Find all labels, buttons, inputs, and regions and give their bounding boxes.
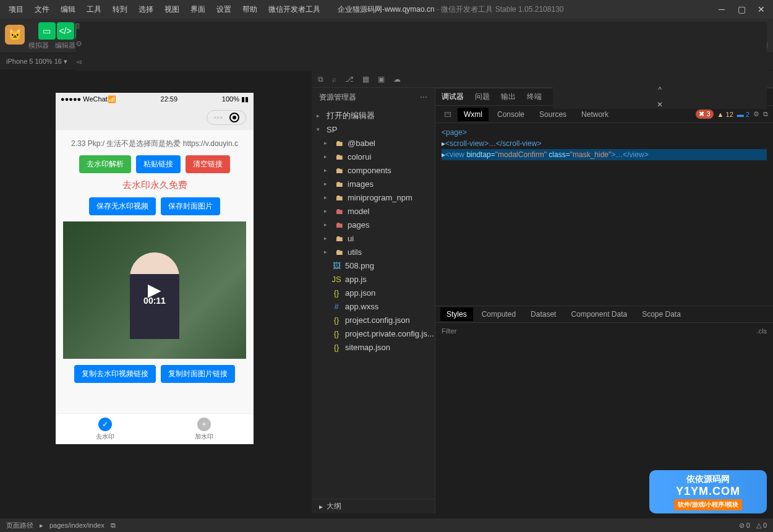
device-selector[interactable]: iPhone 5 100% 16 ▾ <box>6 58 67 66</box>
tab-wxml[interactable]: Wxml <box>458 108 489 121</box>
tab-scope-data[interactable]: Scope Data <box>636 307 687 321</box>
folder-miniprogram_npm[interactable]: ▸🖿miniprogram_npm <box>312 191 435 204</box>
cloud-icon[interactable]: ☁ <box>393 75 401 84</box>
simulator-label: 模拟器 <box>28 41 49 50</box>
tab-remove-watermark[interactable]: ✓ 去水印 <box>56 414 155 444</box>
copy-cover-button[interactable]: 复制封面图片链接 <box>161 365 235 383</box>
close-miniapp-icon[interactable] <box>229 113 239 122</box>
menu-project[interactable]: 项目 <box>4 2 28 17</box>
folder-@babel[interactable]: ▸🖿@babel <box>312 136 435 150</box>
remove-icon: ✓ <box>98 418 112 431</box>
error-badge[interactable]: ✖ 3 <box>696 109 713 119</box>
git-icon[interactable]: ⎇ <box>345 75 354 84</box>
file-sitemap.json[interactable]: {}sitemap.json <box>312 340 435 354</box>
main-area: ●●●●● WeChat📶 22:59 100% ▮▮ ••• 2.33 Pkp… <box>0 71 773 513</box>
tab-terminal[interactable]: 终端 <box>527 92 542 102</box>
search-icon[interactable]: ⌕ <box>332 75 336 84</box>
menu-wechat-devtools[interactable]: 微信开发者工具 <box>263 2 325 17</box>
simulator-button[interactable]: ▭ <box>38 22 56 40</box>
tab-console[interactable]: Console <box>491 108 531 121</box>
folder-pages[interactable]: ▸🖿pages <box>312 218 435 231</box>
folder-ui[interactable]: ▸🖿ui <box>312 231 435 245</box>
warning-badge[interactable]: ▲ 12 <box>717 111 733 118</box>
minimize-button[interactable]: ─ <box>717 4 726 14</box>
statusbar: 页面路径 ▸ pages/index/index ⧉ ⊘ 0 △ 0 <box>0 518 773 532</box>
collapse-icon[interactable]: ^ <box>658 85 662 94</box>
menu-view[interactable]: 视图 <box>160 2 184 17</box>
clear-button[interactable]: 清空链接 <box>186 155 230 173</box>
tab-problems[interactable]: 问题 <box>475 92 490 102</box>
phone-icon[interactable]: ▯ <box>76 22 767 30</box>
maximize-button[interactable]: ▢ <box>737 4 746 14</box>
debug-icon[interactable]: ▣ <box>378 75 385 84</box>
tab-component-data[interactable]: Component Data <box>565 307 633 321</box>
record-icon[interactable]: ⊙ <box>76 40 767 48</box>
free-label: 去水印永久免费 <box>122 179 187 191</box>
add-icon: + <box>197 418 211 431</box>
parse-button[interactable]: 去水印解析 <box>79 155 131 173</box>
capsule-button[interactable]: ••• <box>207 110 246 125</box>
explorer-more-icon[interactable]: ⋯ <box>420 93 427 101</box>
menu-settings[interactable]: 设置 <box>211 2 236 17</box>
tab-styles[interactable]: Styles <box>440 307 473 321</box>
file-app.wxss[interactable]: #app.wxss <box>312 299 435 313</box>
tab-sources[interactable]: Sources <box>533 108 573 121</box>
menu-help[interactable]: 帮助 <box>237 2 262 17</box>
status-errors[interactable]: ⊘ 0 <box>739 521 750 530</box>
folder-utils[interactable]: ▸🖿utils <box>312 245 435 259</box>
page-path[interactable]: pages/index/index <box>49 521 105 529</box>
files-icon[interactable]: ⧉ <box>318 75 323 84</box>
menu-tool[interactable]: 工具 <box>82 2 106 17</box>
share-icon[interactable]: ◅ <box>76 58 767 66</box>
tab-computed[interactable]: Computed <box>476 307 522 321</box>
window-title: 企业猫源码网-www.qymao.cn - 微信开发者工具 Stable 1.0… <box>325 4 717 15</box>
inspect-icon[interactable]: ⮹ <box>440 110 455 119</box>
info-badge[interactable]: ▬ 2 <box>737 111 750 118</box>
ext-icon[interactable]: ▦ <box>362 75 369 84</box>
file-project.config.json[interactable]: {}project.config.json <box>312 313 435 327</box>
tab-debugger[interactable]: 调试器 <box>442 92 464 102</box>
paste-button[interactable]: 粘贴链接 <box>136 155 181 173</box>
cls-toggle[interactable]: .cls <box>757 327 767 335</box>
filter-input[interactable]: Filter <box>442 327 456 335</box>
root-folder[interactable]: ▾SP <box>312 122 435 136</box>
tab-add-watermark[interactable]: + 加水印 <box>155 414 254 444</box>
save-video-button[interactable]: 保存无水印视频 <box>89 197 156 215</box>
menu-select[interactable]: 选择 <box>134 2 158 17</box>
menu-goto[interactable]: 转到 <box>108 2 132 17</box>
tab-output[interactable]: 输出 <box>501 92 516 102</box>
editor-button[interactable]: </> <box>57 22 74 40</box>
editor-label: 编辑器 <box>55 41 75 50</box>
file-app.js[interactable]: JSapp.js <box>312 272 435 286</box>
copy-video-button[interactable]: 复制去水印视频链接 <box>74 365 156 383</box>
opened-editors[interactable]: ▸打开的编辑器 <box>312 109 435 122</box>
outline-section[interactable]: ▸大纲 <box>312 499 435 513</box>
close-button[interactable]: ✕ <box>757 4 766 14</box>
menu-interface[interactable]: 界面 <box>186 2 210 17</box>
dock-icon[interactable]: ⧉ <box>763 110 768 118</box>
status-warnings[interactable]: △ 0 <box>756 521 767 530</box>
main-menu: 项目 文件 编辑 工具 转到 选择 视图 界面 设置 帮助 微信开发者工具 <box>4 2 325 17</box>
devtools-tabs: ⮹ Wxml Console Sources Network ✖ 3 ▲ 12 … <box>435 106 773 123</box>
file-508.png[interactable]: 🖼508.png <box>312 259 435 272</box>
menu-file[interactable]: 文件 <box>30 2 54 17</box>
watermark-overlay: 依依源码网 Y1YM.COM 软件/游戏/小程序/模块 <box>649 470 767 513</box>
simulator-bar: iPhone 5 100% 16 ▾ ▯ ⊙ ◅ ✂ ⟳ <box>0 53 773 71</box>
folder-colorui[interactable]: ▸🖿colorui <box>312 150 435 163</box>
copy-path-icon[interactable]: ⧉ <box>111 521 116 530</box>
menu-dots-icon[interactable]: ••• <box>213 113 223 122</box>
devtools-panel: 调试器 问题 输出 终端 ^ ✕ ⮹ Wxml Console Sources <box>435 88 773 513</box>
gear-icon[interactable]: ⚙ <box>753 110 759 118</box>
tab-network[interactable]: Network <box>575 108 615 121</box>
styles-tabs: Styles Computed Dataset Component Data S… <box>435 306 773 323</box>
folder-components[interactable]: ▸🖿components <box>312 163 435 177</box>
save-cover-button[interactable]: 保存封面图片 <box>161 197 220 215</box>
file-project.private.config.js...[interactable]: {}project.private.config.js... <box>312 327 435 340</box>
tab-dataset[interactable]: Dataset <box>524 307 562 321</box>
folder-images[interactable]: ▸🖿images <box>312 177 435 191</box>
folder-model[interactable]: ▸🖿model <box>312 204 435 218</box>
wxml-tree[interactable]: <page> ▸<scroll-view>…</scroll-view> ▸<v… <box>435 123 773 306</box>
file-app.json[interactable]: {}app.json <box>312 286 435 299</box>
menu-edit[interactable]: 编辑 <box>56 2 80 17</box>
video-preview[interactable]: ▶ 00:11 <box>63 221 246 359</box>
